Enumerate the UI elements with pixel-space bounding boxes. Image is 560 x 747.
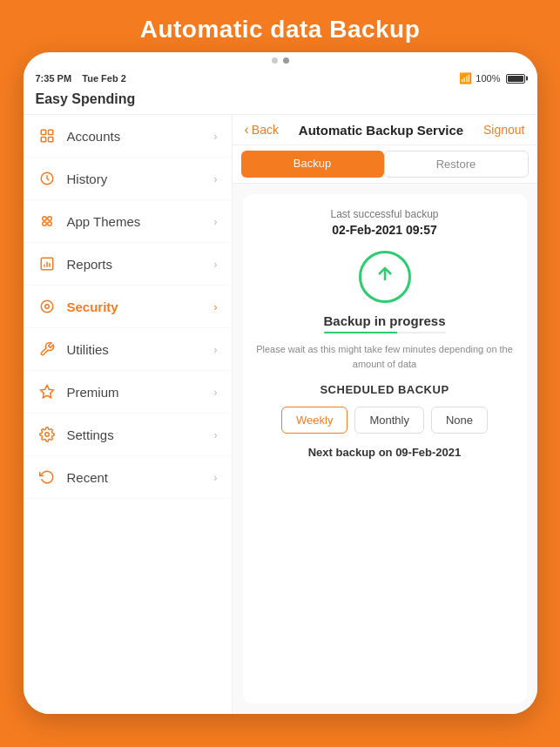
backup-status: Backup in progress — [255, 313, 515, 328]
settings-icon — [37, 425, 57, 444]
schedule-weekly-button[interactable]: Weekly — [281, 407, 347, 434]
last-backup-label: Last successful backup — [255, 208, 515, 220]
sidebar-item-history[interactable]: History › — [24, 158, 232, 200]
svg-rect-3 — [48, 138, 52, 142]
chevron-history: › — [213, 172, 217, 185]
status-bar: 7:35 PM Tue Feb 2 📶 100% — [24, 67, 537, 86]
sidebar-label-accounts: Accounts — [67, 129, 214, 144]
sidebar-item-settings[interactable]: Settings › — [24, 414, 232, 456]
backup-description: Please wait as this might take few minut… — [255, 342, 515, 371]
sidebar-label-app-themes: App Themes — [67, 214, 214, 229]
wifi-icon: 📶 — [459, 72, 472, 84]
svg-point-16 — [44, 433, 49, 437]
sidebar-item-reports[interactable]: Reports › — [24, 243, 232, 286]
chevron-reports: › — [213, 258, 217, 271]
battery-percent: 100% — [476, 73, 500, 84]
sidebar-item-security[interactable]: Security › — [24, 286, 232, 328]
app-title-bar: Automatic data Backup — [0, 0, 560, 52]
content-panel: ‹ Back Automatic Backup Service Signout … — [233, 115, 537, 714]
svg-point-5 — [42, 217, 46, 221]
svg-rect-1 — [48, 130, 52, 134]
chevron-accounts: › — [213, 130, 217, 143]
upload-circle — [359, 251, 411, 303]
svg-point-14 — [44, 305, 49, 309]
svg-point-8 — [47, 222, 51, 226]
schedule-buttons: Weekly Monthly None — [255, 407, 515, 434]
sidebar-app-title: Easy Spending — [36, 91, 136, 107]
upload-arrow-icon — [374, 264, 395, 290]
svg-point-7 — [42, 222, 46, 226]
utilities-icon — [37, 340, 57, 359]
svg-rect-0 — [41, 130, 45, 134]
svg-rect-2 — [41, 138, 45, 142]
signout-button[interactable]: Signout — [483, 123, 524, 137]
dot-1 — [272, 57, 278, 64]
back-chevron-icon: ‹ — [245, 122, 249, 138]
back-button[interactable]: ‹ Back — [245, 122, 279, 138]
accounts-icon — [37, 126, 57, 145]
content-header: ‹ Back Automatic Backup Service Signout — [233, 115, 537, 145]
tab-backup[interactable]: Backup — [241, 151, 384, 178]
content-title: Automatic Backup Service — [299, 123, 463, 138]
schedule-none-button[interactable]: None — [431, 407, 488, 434]
sidebar-label-security: Security — [67, 299, 214, 314]
recent-icon — [37, 468, 57, 487]
app-themes-icon — [37, 212, 57, 231]
reports-icon — [37, 254, 57, 273]
dot-2 — [283, 57, 289, 64]
sidebar-label-premium: Premium — [67, 385, 214, 400]
sidebar-label-reports: Reports — [67, 257, 214, 272]
svg-point-6 — [47, 217, 51, 221]
schedule-monthly-button[interactable]: Monthly — [354, 407, 424, 434]
sidebar-item-recent[interactable]: Recent › — [24, 456, 232, 499]
svg-marker-15 — [40, 386, 53, 398]
sidebar-item-app-themes[interactable]: App Themes › — [24, 200, 232, 243]
tablet-dots — [24, 52, 537, 67]
history-icon — [37, 169, 57, 188]
sidebar-label-settings: Settings — [67, 427, 214, 442]
main-layout: Accounts › History › — [24, 115, 537, 714]
battery-icon — [506, 74, 525, 84]
back-label: Back — [252, 123, 279, 137]
scheduled-label: SCHEDULED BACKUP — [255, 383, 515, 396]
backup-card: Last successful backup 02-Feb-2021 09:57… — [243, 194, 527, 703]
premium-icon — [37, 382, 57, 401]
sidebar-label-recent: Recent — [67, 470, 214, 485]
chevron-utilities: › — [213, 343, 217, 356]
sidebar: Accounts › History › — [24, 115, 233, 714]
chevron-security: › — [213, 300, 217, 313]
chevron-premium: › — [213, 386, 217, 399]
status-right: 📶 100% — [459, 72, 524, 84]
app-title: Automatic data Backup — [140, 16, 421, 44]
security-icon — [37, 297, 57, 316]
tab-bar: Backup Restore — [233, 145, 537, 184]
chevron-app-themes: › — [213, 215, 217, 228]
status-time: 7:35 PM Tue Feb 2 — [36, 73, 126, 84]
app-header: Easy Spending — [24, 86, 537, 115]
backup-status-line — [324, 332, 446, 333]
chevron-recent: › — [213, 471, 217, 484]
last-backup-date: 02-Feb-2021 09:57 — [255, 223, 515, 237]
sidebar-label-utilities: Utilities — [67, 342, 214, 357]
sidebar-label-history: History — [67, 172, 214, 186]
chevron-settings: › — [213, 428, 217, 441]
sidebar-item-accounts[interactable]: Accounts › — [24, 115, 232, 158]
sidebar-item-utilities[interactable]: Utilities › — [24, 328, 232, 371]
sidebar-item-premium[interactable]: Premium › — [24, 371, 232, 414]
tablet: 7:35 PM Tue Feb 2 📶 100% Easy Spending — [24, 52, 537, 714]
svg-point-13 — [41, 300, 53, 313]
tab-restore[interactable]: Restore — [384, 151, 529, 178]
next-backup: Next backup on 09-Feb-2021 — [255, 446, 515, 459]
